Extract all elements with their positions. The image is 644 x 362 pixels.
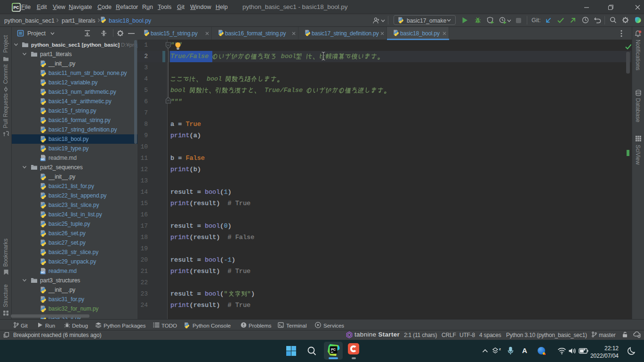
svg-text:PC: PC: [331, 348, 336, 351]
svg-text:MD: MD: [41, 271, 45, 274]
svg-text:z: z: [499, 347, 501, 351]
svg-text:PC: PC: [14, 5, 19, 10]
svg-text:MD: MD: [41, 158, 45, 161]
